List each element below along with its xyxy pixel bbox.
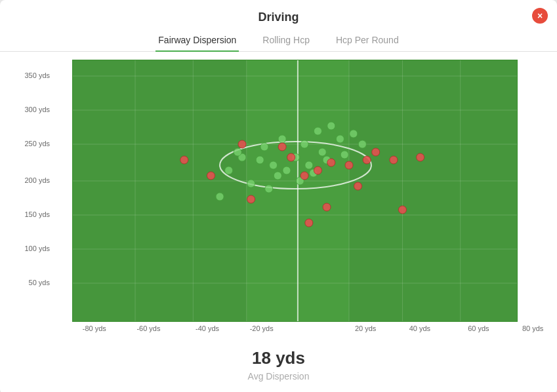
y-axis-labels: 350 yds300 yds250 yds200 yds150 yds100 y… — [20, 60, 52, 322]
chart-svg — [73, 60, 517, 321]
tab-hcp-per-round[interactable]: Hcp Per Round — [333, 31, 402, 52]
x-label: -80 yds — [83, 324, 106, 332]
svg-point-20 — [300, 140, 308, 148]
svg-point-19 — [327, 122, 335, 130]
svg-point-34 — [340, 151, 348, 159]
x-label: 60 yds — [468, 324, 489, 332]
svg-point-46 — [278, 143, 286, 151]
svg-point-23 — [318, 148, 326, 156]
svg-point-17 — [278, 135, 286, 143]
svg-point-44 — [238, 140, 246, 148]
svg-point-47 — [287, 153, 295, 161]
svg-point-32 — [305, 161, 313, 169]
svg-point-53 — [372, 148, 380, 156]
x-label: -60 yds — [136, 324, 160, 332]
x-label: 80 yds — [522, 324, 543, 332]
svg-point-57 — [323, 203, 331, 211]
svg-rect-0 — [349, 60, 517, 321]
svg-point-43 — [207, 172, 215, 180]
y-label: 250 yds — [24, 140, 50, 147]
svg-point-36 — [247, 180, 255, 187]
svg-point-37 — [216, 193, 224, 201]
x-label: -20 yds — [250, 324, 274, 332]
tab-fairway-dispersion[interactable]: Fairway Dispersion — [155, 31, 239, 52]
chart-area — [72, 60, 518, 322]
tab-bar: Fairway Dispersion Rolling Hcp Hcp Per R… — [0, 31, 557, 52]
svg-point-55 — [417, 153, 424, 161]
x-axis-labels: -80 yds-60 yds-40 yds-20 yds20 yds40 yds… — [85, 322, 537, 338]
svg-point-52 — [363, 156, 371, 164]
svg-point-38 — [274, 172, 281, 180]
svg-point-26 — [256, 156, 264, 164]
svg-point-54 — [390, 156, 398, 164]
modal-title: Driving — [258, 10, 299, 24]
svg-point-45 — [247, 195, 255, 203]
svg-point-28 — [225, 167, 233, 174]
y-label: 300 yds — [24, 106, 50, 113]
svg-point-42 — [180, 156, 188, 164]
modal-header: Driving × — [0, 0, 557, 24]
tab-rolling-hcp[interactable]: Rolling Hcp — [260, 31, 312, 52]
svg-point-30 — [260, 143, 268, 151]
svg-point-21 — [336, 135, 344, 143]
svg-rect-1 — [73, 60, 247, 321]
y-label: 50 yds — [29, 279, 50, 286]
svg-point-25 — [270, 161, 278, 169]
svg-point-59 — [354, 182, 362, 190]
y-label: 150 yds — [24, 210, 50, 218]
stat-area: 18 yds Avg Dispersion — [0, 348, 557, 382]
x-label: 20 yds — [355, 324, 376, 332]
svg-point-35 — [358, 140, 366, 148]
svg-point-51 — [345, 161, 353, 169]
y-label: 100 yds — [24, 245, 50, 252]
stat-value: 18 yds — [0, 348, 557, 368]
svg-point-41 — [265, 185, 273, 193]
svg-point-29 — [234, 148, 241, 156]
svg-point-56 — [398, 206, 406, 214]
svg-point-48 — [300, 172, 308, 180]
svg-point-58 — [305, 219, 313, 227]
x-label: -40 yds — [196, 324, 219, 332]
y-label: 350 yds — [24, 71, 50, 79]
svg-point-18 — [314, 127, 321, 135]
svg-point-31 — [283, 167, 291, 174]
chart-inner: -80 yds-60 yds-40 yds-20 yds20 yds40 yds… — [52, 60, 537, 338]
close-button[interactable]: × — [532, 8, 548, 24]
svg-point-50 — [327, 159, 335, 167]
svg-point-49 — [314, 167, 321, 174]
y-label: 200 yds — [24, 176, 50, 184]
driving-modal: Driving × Fairway Dispersion Rolling Hcp… — [0, 0, 557, 392]
x-label: 40 yds — [409, 324, 430, 332]
stat-label: Avg Dispersion — [0, 371, 557, 382]
svg-point-22 — [350, 130, 358, 138]
chart-wrapper: 350 yds300 yds250 yds200 yds150 yds100 y… — [20, 60, 537, 338]
